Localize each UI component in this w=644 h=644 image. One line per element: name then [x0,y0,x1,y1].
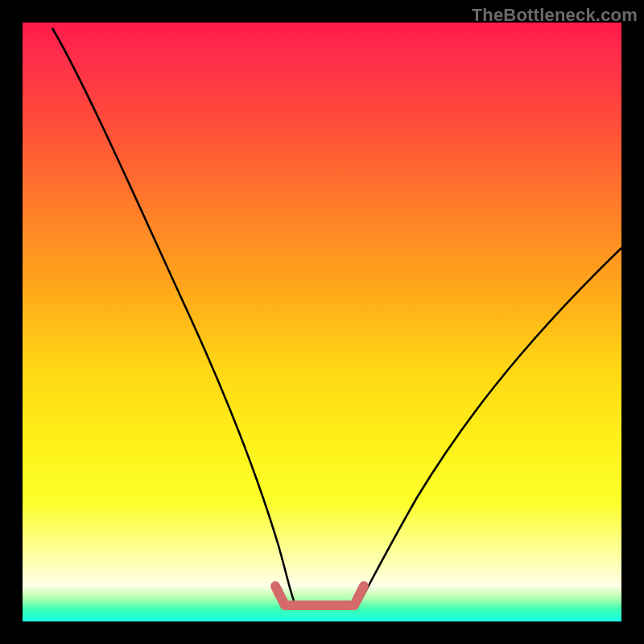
curve-right [361,248,621,601]
curve-left [52,28,294,601]
plot-svg [23,23,621,621]
bracket [275,586,364,605]
gradient-plot-area [23,23,621,621]
watermark: TheBottleneck.com [472,5,638,26]
